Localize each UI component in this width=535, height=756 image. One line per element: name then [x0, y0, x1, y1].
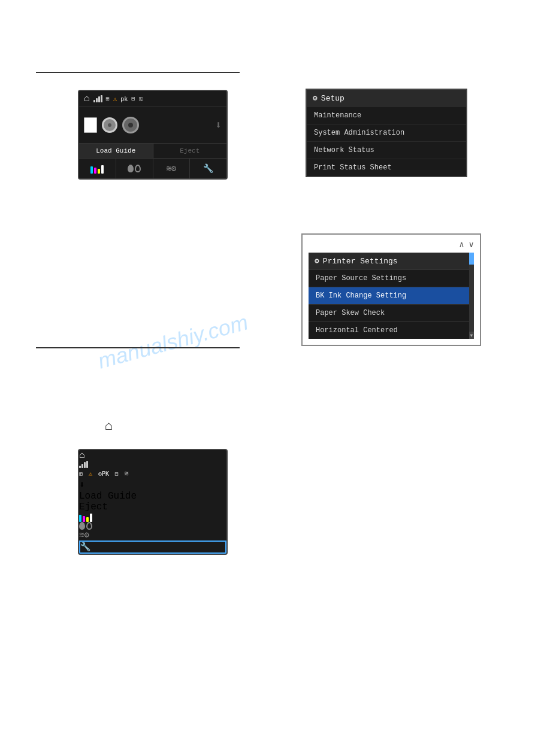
tab-ink-2[interactable]: [79, 512, 226, 522]
printer-settings-header: ⚙ Printer Settings: [309, 253, 469, 269]
warning-icon-2: ⚠: [89, 470, 93, 478]
pk-label: pk: [120, 96, 128, 102]
scroll-thumb: [469, 253, 474, 265]
wrench-tab-icon: 🔧: [203, 163, 213, 174]
menu-item-horizontal-centered[interactable]: Horizontal Centered: [309, 321, 469, 339]
drop-icon: [128, 165, 141, 172]
scroll-down-indicator: ▼: [469, 332, 474, 339]
wifi-tab-icon-2: ≋⚙: [79, 530, 89, 540]
eject-button[interactable]: Eject: [153, 144, 227, 158]
home-icon: ⌂: [84, 93, 90, 104]
network-icon: ⊟: [131, 95, 135, 102]
scrollbar[interactable]: ▼: [469, 253, 474, 339]
watermark: manualshiy.com: [95, 309, 251, 374]
menu-item-system-admin[interactable]: System Administration: [307, 124, 466, 141]
paper-icon: [84, 117, 97, 133]
load-guide-button-2[interactable]: Load Guide: [79, 491, 226, 502]
eject-arrow-icon: ⬇: [215, 119, 222, 132]
scroll-down-button[interactable]: ∨: [469, 239, 474, 250]
eject-arrow-icon-2: ⬇: [79, 479, 226, 491]
signal-icon-2: [79, 461, 226, 468]
printer-screen-1: ⌂ ⊞ ⚠ pk ⊟ ≋ ⬇ Load Guide: [78, 90, 228, 180]
bottom-rule: [36, 347, 240, 348]
printer-screen-2: ⌂ ⊞ ⚠ ⊙PK ⊟ ≋ ⬇ Load Guid: [78, 449, 228, 555]
menu-item-paper-source[interactable]: Paper Source Settings: [309, 269, 469, 287]
menu-item-print-status[interactable]: Print Status Sheet: [307, 159, 466, 176]
drop-icon-2: [79, 522, 226, 530]
pk-label-2: ⊙PK: [98, 470, 109, 477]
tab-wrench-2[interactable]: 🔧: [79, 541, 226, 554]
menu-item-bk-ink[interactable]: BK Ink Change Setting: [309, 287, 469, 304]
grid-icon: ⊞: [106, 95, 110, 102]
setup-icon: ⚙: [313, 93, 318, 103]
top-rule: [36, 72, 240, 73]
wifi-tab-icon: ≋⚙: [166, 163, 176, 174]
tab-wrench[interactable]: 🔧: [190, 159, 226, 178]
wifi-status-icon-2: ≋: [124, 470, 128, 478]
menu-item-paper-skew[interactable]: Paper Skew Check: [309, 304, 469, 321]
network-icon-2: ⊟: [115, 471, 119, 478]
home-icon-2: ⌂: [79, 450, 85, 461]
signal-icon: [93, 95, 102, 102]
ink-icon-2: [79, 512, 226, 522]
grid-icon-2: ⊞: [79, 471, 83, 478]
printer-settings-box: ∧ ∨ ⚙ Printer Settings Paper Source Sett…: [301, 233, 481, 346]
warning-icon: ⚠: [113, 95, 117, 103]
roll-icon: [102, 117, 117, 133]
tab-ink[interactable]: [79, 159, 116, 178]
load-guide-button[interactable]: Load Guide: [79, 144, 153, 158]
disc-icon: [122, 117, 139, 133]
setup-menu-header: ⚙ Setup: [307, 90, 466, 107]
wrench-tab-icon-2: 🔧: [80, 542, 90, 552]
section-home-icon: ⌂: [105, 419, 113, 434]
menu-item-network-status[interactable]: Network Status: [307, 141, 466, 159]
tab-drop-2[interactable]: [79, 522, 226, 530]
scroll-up-button[interactable]: ∧: [459, 239, 464, 250]
printer-settings-icon: ⚙: [315, 256, 319, 266]
tab-wifi[interactable]: ≋⚙: [153, 159, 191, 178]
wifi-status-icon: ≋: [138, 95, 143, 104]
ink-icon: [90, 164, 104, 174]
menu-item-maintenance[interactable]: Maintenance: [307, 107, 466, 124]
eject-button-2[interactable]: Eject: [79, 502, 226, 512]
tab-wifi-2[interactable]: ≋⚙: [79, 530, 226, 541]
tab-drop[interactable]: [116, 159, 153, 178]
setup-menu: ⚙ Setup Maintenance System Administratio…: [306, 89, 467, 189]
